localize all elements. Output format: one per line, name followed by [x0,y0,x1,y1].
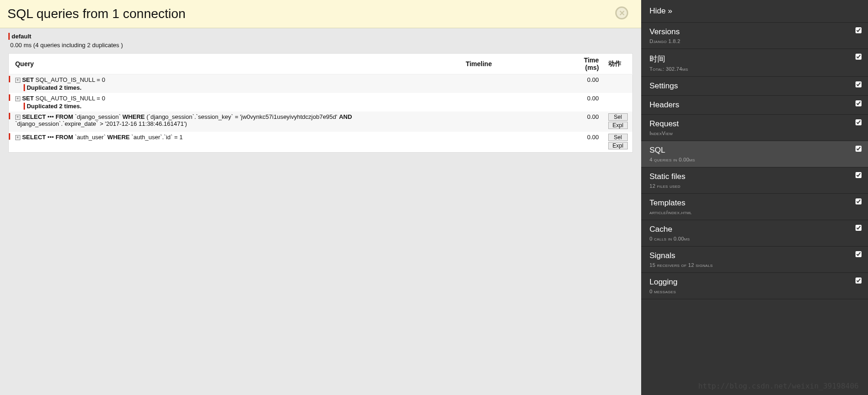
sidebar-panel-cache[interactable]: Cache0 calls in 0.00ms [641,220,868,247]
panel-subtitle: IndexView [649,130,860,136]
connection-header: default 0.00 ms (4 queries including 2 d… [0,28,641,52]
sel-button[interactable]: Sel [608,134,628,141]
panel-title: Headers [649,100,860,110]
query-text: SELECT ••• FROM `django_session` WHERE (… [15,113,352,127]
sidebar-panel-request[interactable]: RequestIndexView [641,115,868,141]
panel-title: SQL [649,146,860,155]
panel-subtitle: Total: 302.74ms [649,66,860,72]
panel-titlebar: SQL queries from 1 connection ✕ [0,0,641,28]
action-cell [604,93,633,111]
panel-toggle-checkbox[interactable] [856,251,862,257]
time-cell: 0.00 [568,132,603,153]
table-row: +SET SQL_AUTO_IS_NULL = 0Duplicated 2 ti… [9,74,633,93]
close-icon[interactable]: ✕ [615,6,628,19]
status-indicator-icon [9,94,10,101]
sidebar-panel-logging[interactable]: Logging0 messages [641,273,868,299]
connection-summary: 0.00 ms (4 queries including 2 duplicate… [8,42,632,49]
time-cell: 0.00 [568,111,603,132]
col-header-timeline: Timeline [389,54,568,74]
sidebar-panel-时间[interactable]: 时间Total: 302.74ms [641,49,868,77]
panel-title: Signals [649,251,860,260]
timeline-cell [389,132,568,153]
sidebar-panel-templates[interactable]: Templatesarticle/index.html [641,194,868,220]
sidebar-panel-signals[interactable]: Signals15 receivers of 12 signals [641,247,868,273]
expand-icon[interactable]: + [15,78,20,83]
action-cell: SelExpl [604,132,633,153]
table-row: +SET SQL_AUTO_IS_NULL = 0Duplicated 2 ti… [9,93,633,111]
hide-toolbar-button[interactable]: Hide » [641,0,868,23]
panel-subtitle: article/index.html [649,210,860,215]
panel-toggle-checkbox[interactable] [856,100,862,106]
panel-toggle-checkbox[interactable] [856,119,862,125]
status-indicator-icon [9,133,10,140]
panel-toggle-checkbox[interactable] [856,198,862,204]
panel-subtitle: 15 receivers of 12 signals [649,262,860,268]
query-text: SET SQL_AUTO_IS_NULL = 0 [22,95,106,102]
panel-toggle-checkbox[interactable] [856,81,862,87]
sel-button[interactable]: Sel [608,113,628,121]
sidebar-panel-sql[interactable]: SQL4 queries in 0.00ms [641,141,868,167]
sidebar-panel-headers[interactable]: Headers [641,96,868,115]
sidebar-panel-settings[interactable]: Settings [641,77,868,96]
col-header-action: 动作 [604,54,633,74]
query-text: SET SQL_AUTO_IS_NULL = 0 [22,76,106,83]
query-text: SELECT ••• FROM `auth_user` WHERE `auth_… [22,134,183,141]
panel-toggle-checkbox[interactable] [856,278,862,284]
panel-title: Versions [649,27,860,37]
panel-toggle-checkbox[interactable] [856,225,862,231]
panel-title: 时间 [649,54,860,64]
table-row: +SELECT ••• FROM `auth_user` WHERE `auth… [9,132,633,153]
expl-button[interactable]: Expl [608,142,628,149]
duplicate-note: Duplicated 2 times. [24,84,385,91]
debug-toolbar-sidebar: Hide » VersionsDjango 1.8.2时间Total: 302.… [641,0,868,395]
status-indicator-icon [9,76,10,82]
timeline-cell [389,93,568,111]
sidebar-panel-static-files[interactable]: Static files12 files used [641,167,868,194]
sidebar-panel-versions[interactable]: VersionsDjango 1.8.2 [641,23,868,49]
time-cell: 0.00 [568,93,603,111]
panel-toggle-checkbox[interactable] [856,54,862,60]
expand-icon[interactable]: + [15,96,20,101]
panel-toggle-checkbox[interactable] [856,27,862,33]
panel-title: Settings [649,81,860,91]
status-indicator-icon [9,113,10,119]
panel-title: Logging [649,278,860,287]
panel-subtitle: 4 queries in 0.00ms [649,157,860,162]
panel-title: Request [649,119,860,129]
panel-title: Cache [649,225,860,234]
panel-subtitle: 12 files used [649,183,860,189]
panel-toggle-checkbox[interactable] [856,146,862,152]
col-header-query: Query [11,54,389,74]
expand-icon[interactable]: + [15,135,20,140]
action-cell: SelExpl [604,111,633,132]
time-cell: 0.00 [568,74,603,93]
connection-name: default [8,33,31,40]
panel-title: Templates [649,198,860,208]
panel-subtitle: 0 messages [649,289,860,294]
panel-subtitle: Django 1.8.2 [649,38,860,44]
sql-queries-table: Query Timeline Time (ms) 动作 +SET SQL_AUT… [8,53,633,153]
col-header-time: Time (ms) [568,54,603,74]
table-row: +SELECT ••• FROM `django_session` WHERE … [9,111,633,132]
page-title: SQL queries from 1 connection [7,6,632,21]
timeline-cell [389,74,568,93]
duplicate-note: Duplicated 2 times. [24,103,385,110]
expand-icon[interactable]: + [15,115,20,120]
action-cell [604,74,633,93]
panel-subtitle: 0 calls in 0.00ms [649,236,860,241]
panel-title: Static files [649,172,860,181]
expl-button[interactable]: Expl [608,122,628,129]
timeline-cell [389,111,568,132]
panel-toggle-checkbox[interactable] [856,172,862,178]
